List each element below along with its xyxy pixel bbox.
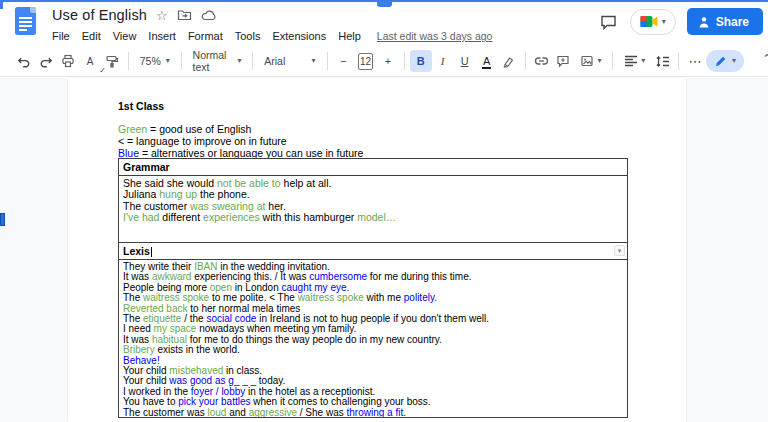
docs-icon-lines xyxy=(19,17,32,33)
doc-line: < = language to improve on in future xyxy=(118,135,686,147)
text-segment: I need xyxy=(123,323,154,334)
text-segment: for me to do things the way people do in… xyxy=(187,334,442,345)
document-title[interactable]: Use of English xyxy=(52,7,147,23)
lexis-header-cell[interactable]: Lexis ▾ xyxy=(119,243,627,260)
toolbar-divider xyxy=(404,52,405,70)
text-segment: hung up xyxy=(159,188,197,200)
text-segment: today. xyxy=(256,375,285,386)
share-label: Share xyxy=(716,15,749,29)
screen-share-corner xyxy=(0,0,3,9)
cloud-saved-icon[interactable] xyxy=(201,9,218,21)
zoom-value: 75% xyxy=(140,55,161,67)
paragraph-style-select[interactable]: Normal text ▾ xyxy=(187,50,248,72)
last-edit-link[interactable]: Last edit was 3 days ago xyxy=(377,30,493,42)
highlight-color-icon[interactable] xyxy=(498,50,520,72)
google-docs-icon[interactable] xyxy=(15,7,36,35)
text-segment: throwing a fit. xyxy=(346,407,405,417)
star-icon[interactable]: ☆ xyxy=(156,9,168,22)
hide-menus-icon[interactable]: ⌃ xyxy=(762,52,768,66)
image-icon xyxy=(580,54,594,68)
spellcheck-icon[interactable]: A ✓ xyxy=(79,50,101,72)
add-comment-icon[interactable] xyxy=(552,50,574,72)
zoom-select[interactable]: 75% ▾ xyxy=(134,50,176,72)
undo-button[interactable] xyxy=(13,50,35,72)
bold-button[interactable]: B xyxy=(410,50,432,72)
text-segment: Behave! xyxy=(123,355,160,366)
text-segment: to me polite. < The xyxy=(209,292,297,303)
underline-button[interactable]: U xyxy=(454,50,476,72)
text-segment: not be able to xyxy=(217,177,281,189)
meet-button[interactable]: ▾ xyxy=(630,9,676,35)
menu-item-tools[interactable]: Tools xyxy=(229,28,267,44)
grammar-header-label: Grammar xyxy=(123,161,170,173)
insert-image-select[interactable]: ▾ xyxy=(574,50,607,72)
menu-item-format[interactable]: Format xyxy=(182,28,229,44)
text-segment: You have to xyxy=(123,396,178,407)
open-comments-icon[interactable] xyxy=(598,12,619,32)
text-segment: with me xyxy=(364,292,404,303)
text-segment: nowadays when meeting ym family. xyxy=(196,323,356,334)
person-icon xyxy=(698,16,710,28)
text-segment: the phone. xyxy=(197,188,250,200)
grammar-header-cell[interactable]: Grammar xyxy=(119,159,627,176)
chevron-down-icon: ▾ xyxy=(312,57,316,65)
editing-mode-button[interactable]: ▾ xyxy=(706,50,744,72)
text-segment: to her normal mela times xyxy=(187,303,300,314)
doc-line: Bribery exists in the world. xyxy=(123,345,627,355)
chevron-down-icon: ▾ xyxy=(732,57,736,65)
menu-item-edit[interactable]: Edit xyxy=(76,28,107,44)
text-segment: model… xyxy=(357,211,396,223)
text-segment: exists in the world. xyxy=(155,344,240,355)
text-segment: waitress spoke xyxy=(143,292,209,303)
text-segment: her. xyxy=(265,200,285,212)
chevron-down-icon: ▾ xyxy=(166,57,170,65)
text-segment: caught my eye. xyxy=(281,282,349,293)
text-segment: habitual xyxy=(152,334,187,345)
text-segment: in Ireland is not to hug people if you d… xyxy=(256,313,489,324)
line-spacing-icon[interactable] xyxy=(651,50,673,72)
align-select[interactable]: ▾ xyxy=(618,50,651,72)
lexis-cell[interactable]: They write their IBAN in the wedding inv… xyxy=(119,260,627,417)
text-segment: The xyxy=(123,313,143,324)
text-segment: Bribery xyxy=(123,344,155,355)
text-segment: in London xyxy=(232,282,282,293)
text-segment: Your child xyxy=(123,365,169,376)
menu-item-insert[interactable]: Insert xyxy=(142,28,182,44)
move-folder-icon[interactable] xyxy=(177,9,192,21)
insert-link-icon[interactable] xyxy=(530,50,552,72)
grammar-cell[interactable]: She said she would not be able to help a… xyxy=(119,176,627,243)
text-segment: in the hotel as a receptionist. xyxy=(245,386,375,397)
print-icon[interactable] xyxy=(57,50,79,72)
menu-item-file[interactable]: File xyxy=(46,28,76,44)
text-color-button[interactable]: A xyxy=(476,50,498,72)
text-segment: in class. xyxy=(223,365,262,376)
decrease-font-size-button[interactable]: − xyxy=(332,50,354,72)
left-edge-indicator xyxy=(0,213,5,226)
font-family-select[interactable]: Arial ▾ xyxy=(258,50,321,72)
more-options-button[interactable]: ⋯ xyxy=(684,50,706,72)
share-button[interactable]: Share xyxy=(687,8,763,35)
menu-item-view[interactable]: View xyxy=(107,28,143,44)
document-page[interactable]: 1st Class Green = good use of English< =… xyxy=(68,78,686,422)
redo-button[interactable] xyxy=(35,50,57,72)
text-segment: misbehaved xyxy=(169,365,223,376)
spellcheck-letter: A xyxy=(87,56,94,67)
text-segment: / the xyxy=(181,313,206,324)
text-segment: experiences xyxy=(203,211,260,223)
text-segment: for me during this time. xyxy=(367,271,471,282)
toolbar-divider xyxy=(525,52,526,70)
menu-bar: FileEditViewInsertFormatToolsExtensionsH… xyxy=(46,27,492,45)
table-cell-dropdown[interactable]: ▾ xyxy=(614,245,625,256)
text-segment: waitress spoke xyxy=(298,292,364,303)
paragraph-style-value: Normal text xyxy=(193,49,233,73)
menu-item-extensions[interactable]: Extensions xyxy=(266,28,332,44)
increase-font-size-button[interactable]: + xyxy=(377,50,399,72)
pencil-icon xyxy=(714,55,727,68)
docs-icon-fold xyxy=(30,7,36,13)
align-left-icon xyxy=(624,55,638,67)
menu-item-help[interactable]: Help xyxy=(332,28,367,44)
italic-button[interactable]: I xyxy=(432,50,454,72)
text-segment: etiquette xyxy=(143,313,181,324)
font-size-input[interactable]: 12 xyxy=(358,53,372,70)
text-cursor xyxy=(151,247,152,257)
